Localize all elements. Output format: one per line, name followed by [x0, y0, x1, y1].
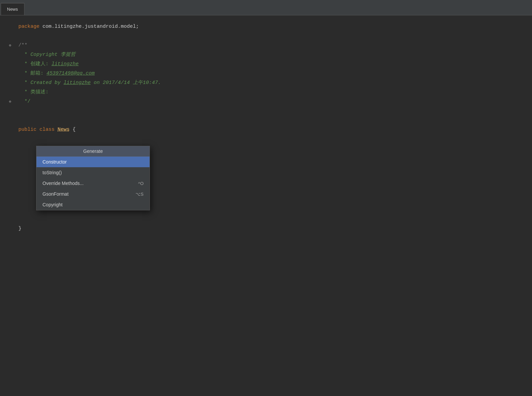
- popup-item-tostring-label: toString(): [42, 170, 62, 175]
- blank-line-3: [18, 116, 532, 125]
- popup-item-constructor[interactable]: Constructor: [36, 157, 150, 167]
- popup-item-constructor-label: Constructor: [42, 159, 67, 165]
- fold-icon-open[interactable]: ⊖: [9, 41, 11, 50]
- class-declaration: public class News {: [18, 125, 532, 134]
- popup-item-tostring[interactable]: toString(): [36, 167, 150, 178]
- comment-block: ⊖ /** * Copyright 李挺哲 * 创建人: litingzhe *…: [18, 41, 532, 106]
- popup-item-gson-label: GsonFormat: [42, 191, 69, 197]
- popup-item-gson-shortcut: ⌥S: [136, 192, 144, 197]
- popup-item-copyright[interactable]: Copyright: [36, 199, 150, 210]
- blank-line-4: [18, 134, 532, 144]
- popup-header: Generate: [36, 146, 150, 157]
- comment-line-created: * Created by litingzhe on 2017/4/14 上午10…: [18, 78, 532, 88]
- comment-line-copyright: * Copyright 李挺哲: [18, 50, 532, 60]
- tab-news-label: News: [7, 7, 18, 12]
- code-editor: package com.litingzhe.justandroid.model;…: [0, 15, 532, 396]
- comment-line-author: * 创建人: litingzhe: [18, 60, 532, 69]
- comment-line-email: * 邮箱: 453971498@qq.com: [18, 69, 532, 78]
- popup-item-gson[interactable]: GsonFormat ⌥S: [36, 189, 150, 199]
- closing-brace-text: }: [18, 224, 21, 233]
- blank-line-1: [18, 31, 532, 41]
- popup-item-copyright-label: Copyright: [42, 202, 63, 207]
- comment-close-line: ⊖ */: [18, 97, 532, 106]
- tab-news[interactable]: News: [1, 3, 24, 15]
- tab-bar: News: [0, 0, 532, 15]
- popup-container: Generate Constructor toString() Override…: [36, 146, 150, 210]
- fold-icon-close[interactable]: ⊖: [9, 97, 11, 106]
- popup-item-override[interactable]: Override Methods... ^O: [36, 178, 150, 189]
- package-path: com.litingzhe.justandroid.model;: [42, 22, 139, 31]
- popup-item-override-label: Override Methods...: [42, 181, 84, 186]
- generate-popup: Generate Constructor toString() Override…: [36, 146, 150, 210]
- blank-line-2: [18, 106, 532, 116]
- popup-item-override-shortcut: ^O: [138, 181, 144, 186]
- package-line: package com.litingzhe.justandroid.model;: [18, 22, 532, 31]
- keyword-package: package: [18, 22, 42, 31]
- closing-brace: }: [18, 224, 532, 233]
- comment-open: /**: [18, 41, 532, 50]
- comment-line-desc: * 类描述:: [18, 88, 532, 97]
